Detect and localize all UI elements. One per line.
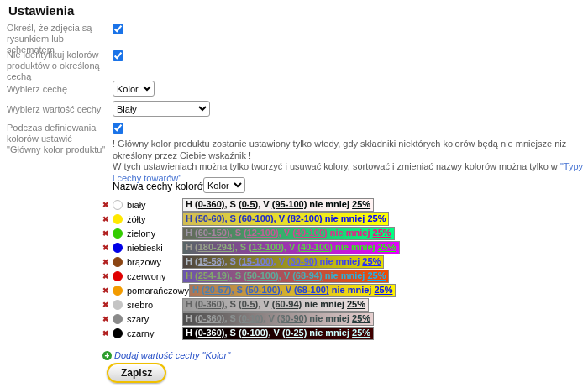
percent-link[interactable]: 25%	[373, 228, 391, 238]
delete-color-icon[interactable]: ✖	[102, 315, 113, 323]
value-range-link[interactable]: (68-94)	[292, 270, 322, 281]
color-range-box: H (180-294), S (13-100), V (40-100) nie …	[182, 241, 400, 254]
percent-link[interactable]: 25%	[378, 242, 396, 252]
saturation-range-link[interactable]: (12-100)	[244, 228, 279, 238]
color-range-box: H (50-60), S (60-100), V (82-100) nie mn…	[182, 212, 389, 226]
saturation-range-link[interactable]: (0-5)	[239, 199, 258, 209]
photos-drawing-checkbox[interactable]	[113, 24, 123, 34]
notice-line2-text: W tych ustawieniach można tylko tworzyć …	[113, 161, 560, 171]
color-row: ✖żółtyH (50-60), S (60-100), V (82-100) …	[102, 212, 400, 226]
color-name: czarny	[127, 328, 182, 338]
hue-range-link[interactable]: (0-360)	[195, 328, 224, 338]
color-swatch	[113, 286, 123, 296]
percent-link[interactable]: 25%	[362, 256, 381, 266]
delete-color-icon[interactable]: ✖	[102, 272, 113, 281]
value-range-link[interactable]: (82-100)	[287, 213, 323, 223]
value-range-link[interactable]: (0-25)	[282, 328, 307, 338]
color-swatch	[113, 271, 123, 281]
hue-range-link[interactable]: (15-58)	[195, 256, 224, 266]
color-swatch	[113, 243, 123, 253]
feature-value-select[interactable]: Biały	[113, 101, 210, 117]
value-range-link[interactable]: (30-90)	[287, 256, 317, 266]
color-range-text: H (0-360), S (0-5), V (95-100) nie mniej…	[186, 199, 370, 209]
no-identify-colors-label: Nie identyfikuj kolorów produktów o okre…	[7, 50, 106, 82]
add-color-value-text: Dodaj wartość cechy "Kolor"	[114, 350, 230, 360]
hue-range-link[interactable]: (20-57)	[202, 285, 231, 295]
color-swatch	[113, 228, 123, 239]
percent-link[interactable]: 25%	[352, 313, 370, 323]
color-name: czerwony	[127, 271, 182, 281]
color-range-text: H (254-19), S (50-100), V (68-94) nie mn…	[186, 270, 386, 281]
value-range-link[interactable]: (30-90)	[277, 313, 307, 323]
color-range-text: H (180-294), S (13-100), V (40-100) nie …	[186, 242, 396, 252]
add-color-value-link[interactable]: + Dodaj wartość cechy "Kolor"	[102, 350, 230, 360]
saturation-range-link[interactable]: (15-100)	[239, 256, 274, 266]
percent-link[interactable]: 25%	[367, 213, 386, 223]
color-swatch	[113, 200, 123, 210]
saturation-range-link[interactable]: (13-100)	[249, 242, 284, 252]
color-name: szary	[127, 314, 182, 324]
value-range-link[interactable]: (40-100)	[297, 242, 333, 252]
color-row: ✖niebieskiH (180-294), S (13-100), V (40…	[102, 240, 400, 254]
hue-range-link[interactable]: (60-150)	[195, 228, 230, 238]
saturation-range-link[interactable]: (0-100)	[239, 328, 268, 338]
color-swatch	[113, 300, 123, 310]
hue-range-link[interactable]: (0-360)	[195, 313, 224, 323]
color-swatch	[113, 328, 123, 338]
saturation-range-link[interactable]: (50-100)	[245, 285, 281, 295]
saturation-range-link[interactable]: (0-5)	[239, 299, 258, 309]
color-name: brązowy	[127, 257, 182, 267]
delete-color-icon[interactable]: ✖	[102, 258, 113, 266]
percent-link[interactable]: 25%	[352, 199, 370, 209]
settings-page: Ustawienia Określ, że zdjęcia są rysunki…	[0, 0, 588, 388]
percent-link[interactable]: 25%	[367, 270, 386, 281]
color-range-text: H (0-360), S (0-10), V (30-90) nie mniej…	[186, 313, 370, 323]
delete-color-icon[interactable]: ✖	[102, 244, 113, 252]
feature-select[interactable]: Kolor	[113, 81, 155, 97]
percent-link[interactable]: 25%	[347, 299, 365, 309]
value-range-link[interactable]: (95-100)	[272, 199, 307, 209]
color-name: pomarańczowy	[127, 286, 189, 296]
color-range-text: H (20-57), S (50-100), V (68-100) nie mn…	[192, 285, 392, 295]
percent-link[interactable]: 25%	[374, 285, 392, 295]
main-color-label: Podczas definiowania kolorów ustawić "Gł…	[7, 123, 106, 155]
delete-color-icon[interactable]: ✖	[102, 215, 113, 223]
color-feature-name-label: Nazwa cechy kolorów	[113, 181, 210, 192]
delete-color-icon[interactable]: ✖	[102, 301, 113, 309]
notice-line1: ! Główny kolor produktu zostanie ustawio…	[113, 139, 585, 161]
color-row: ✖białyH (0-360), S (0-5), V (95-100) nie…	[102, 197, 400, 212]
save-button[interactable]: Zapisz	[107, 363, 166, 383]
color-row: ✖czarnyH (0-360), S (0-100), V (0-25) ni…	[102, 326, 400, 340]
color-range-box: H (20-57), S (50-100), V (68-100) nie mn…	[189, 284, 396, 297]
choose-feature-label: Wybierz cechę	[7, 84, 106, 95]
main-color-checkbox[interactable]	[113, 123, 123, 134]
color-list: ✖białyH (0-360), S (0-5), V (95-100) nie…	[102, 197, 400, 340]
no-identify-colors-checkbox[interactable]	[113, 50, 123, 61]
saturation-range-link[interactable]: (50-100)	[244, 270, 279, 281]
saturation-range-link[interactable]: (60-100)	[239, 213, 274, 223]
hue-range-link[interactable]: (180-294)	[195, 242, 235, 252]
hue-range-link[interactable]: (0-360)	[195, 299, 224, 309]
color-range-box: H (0-360), S (0-10), V (30-90) nie mniej…	[182, 312, 374, 326]
delete-color-icon[interactable]: ✖	[102, 286, 113, 295]
color-row: ✖pomarańczowyH (20-57), S (50-100), V (6…	[102, 283, 400, 297]
color-range-box: H (15-58), S (15-100), V (30-90) nie mni…	[182, 255, 384, 269]
color-range-text: H (0-360), S (0-100), V (0-25) nie mniej…	[186, 328, 370, 338]
saturation-range-link[interactable]: (0-10)	[239, 313, 263, 323]
color-feature-name-select[interactable]: Kolor	[203, 177, 245, 193]
percent-link[interactable]: 25%	[352, 328, 370, 338]
color-swatch	[113, 314, 123, 324]
color-name: zielony	[127, 228, 182, 239]
choose-feature-value-label: Wybierz wartość cechy	[7, 104, 106, 115]
hue-range-link[interactable]: (0-360)	[195, 199, 224, 209]
hue-range-link[interactable]: (254-19)	[195, 270, 230, 281]
color-name: srebro	[127, 300, 182, 310]
value-range-link[interactable]: (60-94)	[272, 299, 302, 309]
delete-color-icon[interactable]: ✖	[102, 201, 113, 209]
value-range-link[interactable]: (68-100)	[294, 285, 329, 295]
hue-range-link[interactable]: (50-60)	[195, 213, 224, 223]
delete-color-icon[interactable]: ✖	[102, 329, 113, 338]
value-range-link[interactable]: (40-100)	[292, 228, 328, 238]
color-range-box: H (0-360), S (0-5), V (95-100) nie mniej…	[182, 198, 374, 212]
delete-color-icon[interactable]: ✖	[102, 229, 113, 238]
